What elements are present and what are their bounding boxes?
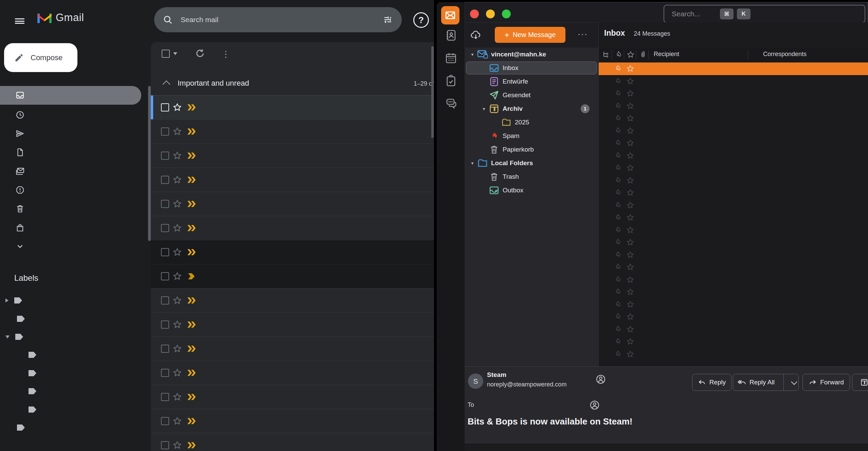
reply-all-dropdown-icon[interactable] [791,379,797,385]
message-row[interactable] [599,137,868,150]
email-checkbox[interactable] [161,152,169,160]
thread-column-icon[interactable] [602,51,610,59]
important-marker-icon[interactable] [187,441,197,450]
folder-row-2025[interactable]: 2025 [465,116,598,129]
attachment-column-icon[interactable] [639,51,647,59]
label-expander-icon[interactable] [5,298,8,302]
message-row[interactable] [599,348,868,361]
folder-row-spam[interactable]: Spam [465,129,598,143]
email-checkbox[interactable] [161,103,169,111]
folder-row-papierkorb[interactable]: Papierkorb [465,143,598,156]
email-checkbox[interactable] [161,176,169,184]
calendar-tab[interactable] [445,52,457,64]
mail-space-tab[interactable] [441,6,459,24]
junk-toggle-icon[interactable] [614,201,622,209]
label-item[interactable] [28,405,38,414]
zoom-window-button[interactable] [502,10,511,18]
more-options-icon[interactable]: ⋮ [221,50,230,58]
junk-toggle-icon[interactable] [614,127,622,135]
star-toggle-icon[interactable] [626,102,634,110]
junk-toggle-icon[interactable] [614,139,622,147]
email-row[interactable] [151,119,434,143]
global-search-field[interactable]: ⌘ K [664,5,865,23]
folder-row-local-folders[interactable]: ▾ Local Folders [465,156,598,170]
junk-toggle-icon[interactable] [614,152,622,160]
tasks-tab[interactable] [445,75,457,87]
sidebar-item-mail-icon[interactable] [16,167,24,176]
star-icon[interactable] [173,392,182,402]
junk-toggle-icon[interactable] [614,65,622,73]
important-marker-icon[interactable] [187,417,197,426]
important-marker-filled-icon[interactable] [187,272,197,281]
message-row[interactable] [599,211,868,224]
email-row[interactable] [151,264,434,288]
email-row[interactable] [151,409,434,433]
important-marker-icon[interactable] [187,320,197,329]
star-icon[interactable] [173,103,182,112]
message-row[interactable] [599,224,868,237]
hamburger-menu-button[interactable] [11,12,29,30]
forward-button[interactable]: Forward [802,374,850,391]
twisty-icon[interactable]: ▾ [468,52,477,57]
junk-toggle-icon[interactable] [614,102,622,110]
star-icon[interactable] [173,344,182,353]
twisty-icon[interactable]: ▾ [468,160,477,166]
junk-toggle-icon[interactable] [614,189,622,197]
junk-toggle-icon[interactable] [614,263,622,271]
junk-toggle-icon[interactable] [614,213,622,222]
search-bar[interactable] [154,7,402,32]
star-column-icon[interactable] [627,51,635,59]
folder-row-archiv[interactable]: ▾ Archiv 1 [465,102,598,116]
message-row[interactable] [599,236,868,249]
sidebar-item-alert-icon[interactable] [16,186,24,194]
star-toggle-icon[interactable] [626,276,634,284]
close-window-button[interactable] [470,10,479,18]
column-recipient[interactable]: Recipient [654,51,679,58]
email-checkbox[interactable] [161,441,169,449]
chat-tab[interactable] [445,97,457,109]
star-toggle-icon[interactable] [626,77,634,85]
message-row[interactable] [599,335,868,348]
star-toggle-icon[interactable] [626,139,634,147]
minimize-window-button[interactable] [486,10,495,18]
junk-toggle-icon[interactable] [614,226,622,234]
message-row[interactable] [599,311,868,323]
address-book-tab[interactable] [445,29,457,41]
star-toggle-icon[interactable] [626,65,634,73]
important-marker-icon[interactable] [187,248,197,257]
message-row[interactable] [599,125,868,137]
email-checkbox[interactable] [161,127,169,136]
star-icon[interactable] [173,296,182,305]
email-checkbox[interactable] [161,200,169,208]
twisty-icon[interactable]: ▾ [480,106,488,111]
message-row[interactable] [599,75,868,88]
star-toggle-icon[interactable] [626,337,634,346]
star-toggle-icon[interactable] [626,213,634,222]
sidebar-item-send-icon[interactable] [16,129,24,138]
star-icon[interactable] [173,199,182,209]
junk-toggle-icon[interactable] [614,300,622,309]
star-toggle-icon[interactable] [626,189,634,197]
archive-button[interactable]: Archive [852,374,868,391]
email-checkbox[interactable] [161,369,169,377]
star-icon[interactable] [173,223,182,233]
label-item[interactable] [16,314,26,323]
toolbar-more-button[interactable]: ··· [578,29,588,39]
email-checkbox[interactable] [161,393,169,401]
important-marker-icon[interactable] [187,344,197,353]
folder-row-inbox[interactable]: Inbox [465,61,598,75]
get-messages-icon[interactable] [470,29,482,41]
message-row[interactable] [599,162,868,174]
label-item[interactable] [5,296,23,305]
email-row[interactable] [151,192,434,216]
star-toggle-icon[interactable] [626,350,634,358]
folder-row-entw-rfe[interactable]: Entwürfe [465,75,598,88]
label-item[interactable] [5,332,24,341]
junk-toggle-icon[interactable] [614,350,622,358]
message-row[interactable] [599,286,868,298]
junk-toggle-icon[interactable] [614,325,622,333]
add-contact-icon[interactable] [596,374,606,384]
important-marker-icon[interactable] [187,175,197,184]
email-row[interactable] [151,361,434,385]
sidebar-item-trash-icon[interactable] [16,204,24,213]
